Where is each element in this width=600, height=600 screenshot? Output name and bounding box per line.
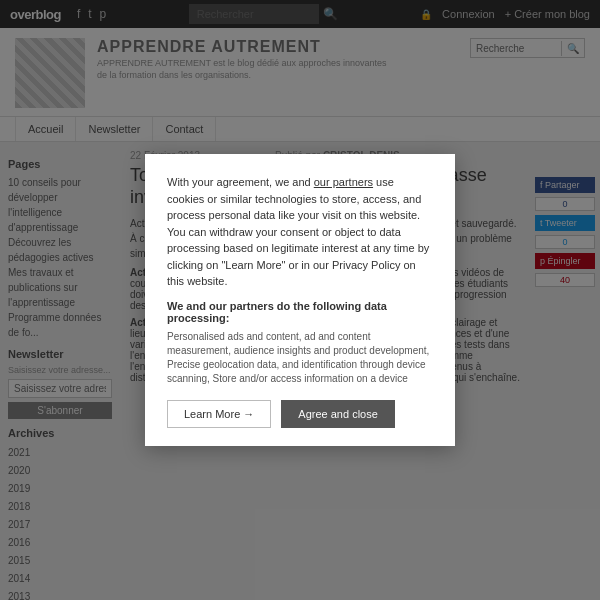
cookie-modal-buttons: Learn More → Agree and close bbox=[167, 400, 433, 428]
cookie-subtitle: We and our partners do the following dat… bbox=[167, 300, 433, 324]
cookie-text-2: use cookies or similar technologies to s… bbox=[167, 176, 429, 287]
cookie-modal: With your agreement, we and our partners… bbox=[145, 154, 455, 446]
partners-link[interactable]: our partners bbox=[314, 176, 373, 188]
agree-close-button[interactable]: Agree and close bbox=[281, 400, 395, 428]
cookie-body-text: With your agreement, we and our partners… bbox=[167, 174, 433, 290]
learn-more-button[interactable]: Learn More → bbox=[167, 400, 271, 428]
cookie-overlay: With your agreement, we and our partners… bbox=[0, 0, 600, 600]
cookie-detail: Personalised ads and content, ad and con… bbox=[167, 330, 433, 386]
cookie-text-1: With your agreement, we and bbox=[167, 176, 314, 188]
